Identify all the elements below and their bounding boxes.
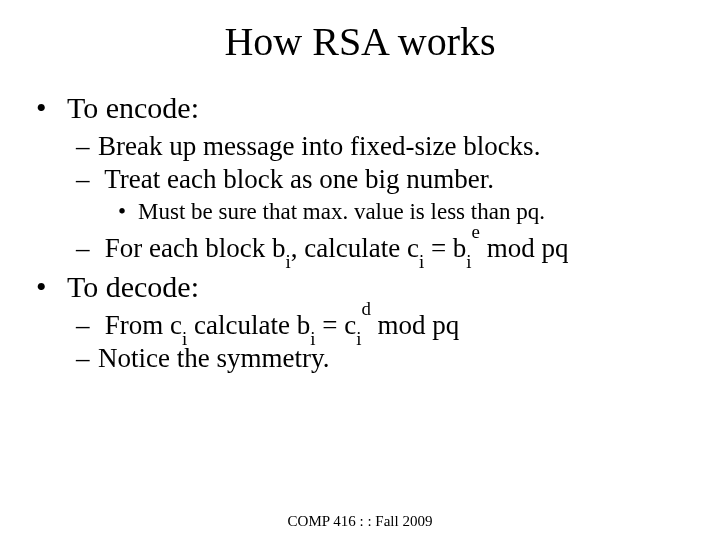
encode-header-text: To encode:	[67, 91, 199, 124]
sub-i: i	[182, 328, 187, 349]
encode-step-1: Break up message into fixed-size blocks.	[98, 131, 720, 162]
decode-header-text: To decode:	[67, 270, 199, 303]
slide: How RSA works To encode: Break up messag…	[0, 18, 720, 540]
encode-header: To encode: Break up message into fixed-s…	[60, 91, 720, 264]
decode-step1-prefix: From c	[105, 310, 182, 340]
sup-e: e	[472, 221, 480, 242]
sub-i: i	[419, 251, 424, 272]
slide-title: How RSA works	[0, 18, 720, 65]
slide-footer: COMP 416 : : Fall 2009	[0, 513, 720, 530]
sub-i: i	[285, 251, 290, 272]
sub-i: i	[310, 328, 315, 349]
decode-step-1: From ci calculate bi = cid mod pq	[98, 310, 720, 341]
sub-i: i	[466, 251, 471, 272]
encode-step3-mid: , calculate c	[291, 233, 419, 263]
encode-step-2: Treat each block as one big number. Must…	[98, 164, 720, 225]
decode-header: To decode: From ci calculate bi = cid mo…	[60, 270, 720, 374]
decode-steps: From ci calculate bi = cid mod pq Notice…	[60, 310, 720, 374]
bullet-list: To encode: Break up message into fixed-s…	[0, 91, 720, 374]
encode-step-3: For each block bi, calculate ci = bie mo…	[98, 233, 720, 264]
encode-note-list: Must be sure that max. value is less tha…	[98, 199, 720, 225]
sup-d: d	[361, 298, 370, 319]
encode-step3-suffix: mod pq	[480, 233, 569, 263]
encode-note: Must be sure that max. value is less tha…	[138, 199, 720, 225]
decode-step1-eq: = c	[315, 310, 356, 340]
decode-step-2: Notice the symmetry.	[98, 343, 720, 374]
encode-step3-eq: = b	[424, 233, 466, 263]
decode-step1-mid: calculate b	[187, 310, 310, 340]
decode-step1-suffix: mod pq	[371, 310, 460, 340]
encode-steps: Break up message into fixed-size blocks.…	[60, 131, 720, 264]
encode-step-2-text: Treat each block as one big number.	[104, 164, 494, 194]
encode-step3-prefix: For each block b	[105, 233, 286, 263]
sub-i: i	[356, 328, 361, 349]
